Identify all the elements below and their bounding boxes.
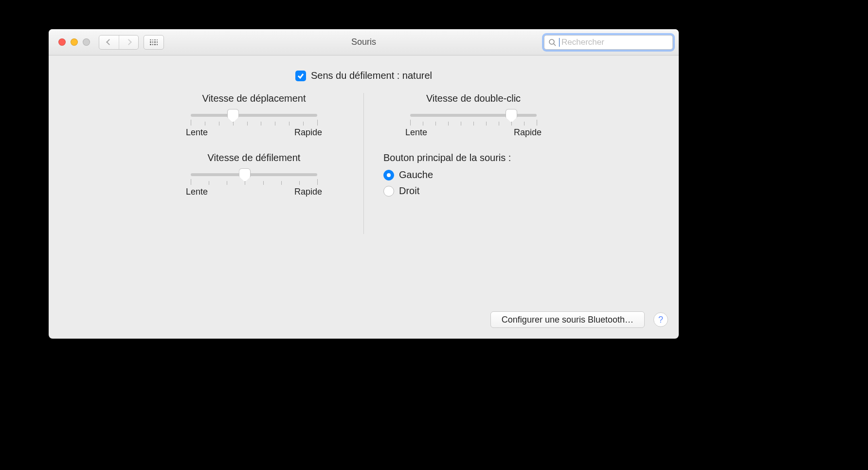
primary-button-title: Bouton principal de la souris : [383, 152, 568, 163]
primary-button-left-row: Gauche [383, 169, 568, 181]
window-controls [58, 38, 90, 46]
primary-button-right-radio[interactable] [383, 186, 394, 197]
search-field[interactable]: Rechercher [544, 35, 673, 50]
svg-point-0 [549, 39, 554, 44]
help-button[interactable]: ? [653, 312, 668, 327]
search-placeholder: Rechercher [561, 37, 604, 47]
close-window-button[interactable] [58, 38, 66, 46]
primary-button-left-radio[interactable] [383, 170, 394, 181]
scrolling-speed-block: Vitesse de défilement Lente Rapide [159, 152, 349, 197]
footer: Configurer une souris Bluetooth… ? [490, 311, 668, 328]
scrolling-speed-labels: Lente Rapide [186, 187, 322, 197]
scroll-direction-label: Sens du défilement : naturel [311, 70, 432, 81]
scrolling-speed-ticks [191, 179, 317, 185]
check-icon [297, 72, 304, 79]
nav-buttons [99, 35, 139, 50]
tracking-min-label: Lente [186, 127, 208, 138]
scrolling-max-label: Rapide [294, 187, 322, 197]
svg-line-1 [554, 44, 556, 46]
doubleclick-speed-ticks [410, 120, 537, 126]
scrolling-speed-title: Vitesse de défilement [159, 152, 349, 163]
primary-button-right-row: Droit [383, 185, 568, 197]
text-caret [559, 38, 560, 47]
tracking-speed-block: Vitesse de déplacement Lente Rapide [159, 93, 349, 138]
scrolling-min-label: Lente [186, 187, 208, 197]
titlebar: Souris Rechercher [49, 29, 679, 55]
tracking-speed-labels: Lente Rapide [186, 127, 322, 138]
content-area: Sens du défilement : naturel Vitesse de … [49, 55, 679, 234]
scrolling-speed-slider[interactable] [191, 173, 317, 176]
primary-button-section: Bouton principal de la souris : Gauche D… [379, 152, 568, 197]
scroll-direction-checkbox[interactable] [295, 71, 306, 81]
doubleclick-speed-labels: Lente Rapide [405, 127, 542, 138]
tracking-speed-title: Vitesse de déplacement [159, 93, 349, 104]
doubleclick-max-label: Rapide [514, 127, 542, 138]
chevron-left-icon [106, 39, 112, 45]
mouse-preferences-window: Souris Rechercher Sens du défilement : n… [49, 29, 679, 339]
search-icon [548, 38, 556, 46]
scroll-direction-row: Sens du défilement : naturel [68, 70, 659, 81]
show-all-button-group [144, 35, 164, 50]
back-button[interactable] [99, 36, 119, 49]
show-all-button[interactable] [144, 36, 163, 49]
doubleclick-speed-slider[interactable] [410, 114, 537, 117]
doubleclick-speed-block: Vitesse de double-clic Lente Rapide [379, 93, 568, 138]
forward-button[interactable] [119, 36, 138, 49]
column-divider [363, 93, 364, 234]
chevron-right-icon [126, 39, 132, 45]
doubleclick-speed-title: Vitesse de double-clic [379, 93, 568, 104]
right-column: Vitesse de double-clic Lente Rapide Bout… [379, 93, 568, 234]
doubleclick-min-label: Lente [405, 127, 427, 138]
columns: Vitesse de déplacement Lente Rapide Vite… [68, 93, 659, 234]
primary-button-right-label: Droit [399, 185, 419, 197]
primary-button-left-label: Gauche [399, 169, 433, 181]
tracking-speed-slider[interactable] [191, 114, 317, 117]
zoom-window-button[interactable] [83, 38, 90, 46]
minimize-window-button[interactable] [71, 38, 78, 46]
configure-bluetooth-button[interactable]: Configurer une souris Bluetooth… [490, 311, 645, 328]
tracking-speed-ticks [191, 120, 317, 126]
tracking-max-label: Rapide [294, 127, 322, 138]
left-column: Vitesse de déplacement Lente Rapide Vite… [159, 93, 349, 234]
grid-icon [150, 39, 158, 45]
